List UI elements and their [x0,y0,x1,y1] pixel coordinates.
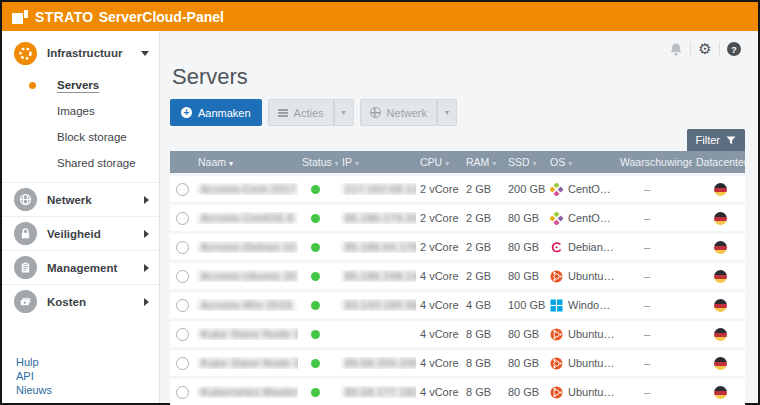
table-row: Acronis-Debian 10 85.186.64.178 2 vCore … [170,234,745,260]
datacenter-flag-de-icon [714,386,727,399]
os-icon [550,328,563,341]
column-header-cpu[interactable]: CPU▾ [416,156,462,168]
sidebar-item-management[interactable]: Management [2,250,159,284]
table-row: Kube Slave Node 1 4 vCore 8 GB 80 GB [170,321,745,347]
network-button[interactable]: Netwerk [360,99,437,126]
sidebar-item-servers[interactable]: Servers [2,72,159,98]
status-online-dot [311,330,320,339]
help-icon[interactable]: ? [723,42,745,56]
sidebar: Infrastructuur Servers Images Block stor… [2,31,160,403]
server-name[interactable]: Acronis-Cent 2017 [198,183,298,195]
ssd-value: 80 GB [504,270,546,282]
os-name: Windows S... [568,299,616,311]
app-window: STRATO ServerCloud-Panel Infrastructuur … [0,0,760,405]
page-title: Servers [172,64,745,90]
column-header-datacenter[interactable]: Datacenter▾ [692,156,745,168]
toolbar: + Aanmaken Acties ▾ Netwerk ▾ [170,99,745,126]
table-row: Kube Slave Node 3 89.58.204.206 4 vCore … [170,350,745,376]
settings-gear-icon[interactable]: ⚙ [694,42,716,57]
column-header-status[interactable]: Status▾ [298,156,338,168]
ssd-value: 80 GB [504,241,546,253]
server-name[interactable]: Acronis-Ubuntu 20 [198,270,298,282]
funnel-icon [726,136,736,145]
app-header: STRATO ServerCloud-Panel [2,2,758,31]
server-name[interactable]: Acronis-Win 2019 [198,299,295,311]
os-icon [550,357,563,370]
sidebar-item-infrastructuur[interactable]: Infrastructuur [2,36,159,70]
sidebar-item-netwerk[interactable]: Netwerk [2,182,159,216]
row-select-radio[interactable] [176,212,189,225]
datacenter-flag-de-icon [714,212,727,225]
sidebar-item-images[interactable]: Images [2,98,159,124]
os-icon [550,270,563,283]
column-header-ip[interactable]: IP▾ [338,156,416,168]
link-hulp[interactable]: Hulp [16,356,52,369]
column-header-os[interactable]: OS▾ [546,156,616,168]
row-select-radio[interactable] [176,328,189,341]
table-row: Acronis-Cent 2017 217.162.68.127 2 vCore… [170,176,745,202]
os-name: CentOS 8 [568,212,616,224]
product-name: ServerCloud-Panel [99,9,224,25]
server-name[interactable]: Kubernetes Master [198,386,298,398]
ram-value: 2 GB [462,183,504,195]
warnings-value: – [616,299,692,311]
sidebar-item-shared-storage[interactable]: Shared storage [2,150,159,176]
table-row: Acronis-Win 2019 83.143.190.58 4 vCore 4… [170,292,745,318]
link-nieuws[interactable]: Nieuws [16,384,52,397]
actions-button[interactable]: Acties [268,99,334,126]
chevron-right-icon [144,264,149,272]
ram-value: 2 GB [462,212,504,224]
chevron-right-icon [144,196,149,204]
actions-dropdown-caret[interactable]: ▾ [334,99,354,126]
filter-button[interactable]: Filter [687,129,745,151]
warnings-value: – [616,183,692,195]
server-name[interactable]: Acronis-CentOS 8 [198,212,297,224]
os-name: Ubuntu 18.04 [568,328,616,340]
server-name[interactable]: Acronis-Debian 10 [198,241,298,253]
datacenter-flag-de-icon [714,241,727,254]
column-header-ssd[interactable]: SSD▾ [504,156,546,168]
sidebar-item-kosten[interactable]: Kosten [2,284,159,318]
ram-value: 4 GB [462,299,504,311]
create-button[interactable]: + Aanmaken [170,99,262,126]
ssd-value: 80 GB [504,212,546,224]
os-name: Ubuntu20.04 [568,270,616,282]
warnings-value: – [616,386,692,398]
brand-name: STRATO [35,9,94,25]
active-item-bullet [29,82,36,89]
column-header-naam[interactable]: Naam▾ [194,156,298,168]
row-select-radio[interactable] [176,183,189,196]
row-select-radio[interactable] [176,270,189,283]
cpu-value: 4 vCore [416,386,462,398]
infrastructure-submenu: Servers Images Block storage Shared stor… [2,70,159,182]
server-name[interactable]: Kube Slave Node 3 [198,357,298,369]
row-select-radio[interactable] [176,386,189,399]
network-dropdown-caret[interactable]: ▾ [437,99,457,126]
network-globe-icon [14,188,37,211]
column-header-ram[interactable]: RAM▾ [462,156,504,168]
ssd-value: 80 GB [504,386,546,398]
column-header-waarschuwingen[interactable]: Waarschuwingen▾ [616,156,692,168]
sidebar-item-block-storage[interactable]: Block storage [2,124,159,150]
server-ip: 83.143.190.58 [342,299,416,311]
plus-icon: + [181,107,192,118]
row-select-radio[interactable] [176,357,189,370]
notifications-bell-icon[interactable] [665,42,687,57]
row-select-radio[interactable] [176,241,189,254]
list-icon [278,109,288,117]
row-select-radio[interactable] [176,299,189,312]
link-api[interactable]: API [16,370,52,383]
table-row: Acronis-Ubuntu 20 85.186.248.141 4 vCore… [170,263,745,289]
datacenter-flag-de-icon [714,328,727,341]
server-name[interactable]: Kube Slave Node 1 [198,328,298,340]
cpu-value: 2 vCore [416,212,462,224]
warnings-value: – [616,241,692,253]
quick-actions: ⚙ ? [170,40,745,58]
security-lock-icon [14,222,37,245]
infrastructure-icon [14,42,37,65]
status-online-dot [311,388,320,397]
status-online-dot [311,214,320,223]
warnings-value: – [616,212,692,224]
sidebar-item-veiligheid[interactable]: Veiligheid [2,216,159,250]
os-icon [550,212,563,225]
